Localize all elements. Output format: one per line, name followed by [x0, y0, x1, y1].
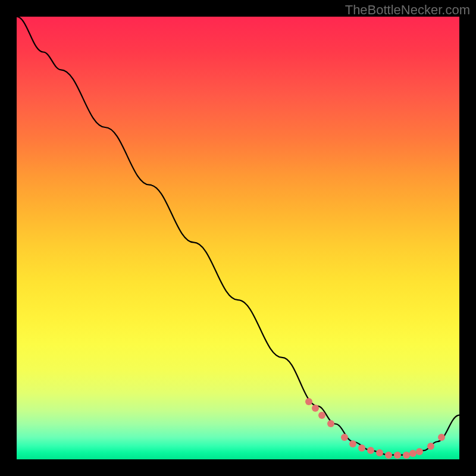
marker-dot	[427, 443, 434, 450]
watermark-text: TheBottleNecker.com	[345, 2, 470, 18]
marker-dot	[341, 434, 348, 441]
marker-dot	[358, 444, 365, 452]
marker-dot	[349, 440, 356, 447]
marker-dot	[403, 452, 410, 459]
marker-dot	[327, 420, 334, 427]
marker-dot	[394, 452, 401, 459]
marker-dot	[438, 434, 445, 441]
marker-dot	[312, 405, 319, 412]
marker-dot	[416, 448, 423, 455]
marker-dot	[367, 447, 374, 454]
marker-dot	[305, 398, 312, 405]
marker-dot	[318, 412, 325, 419]
curve-path	[17, 17, 459, 455]
marker-dot	[376, 449, 383, 456]
curve-svg	[17, 17, 459, 459]
marker-dot	[385, 452, 392, 459]
plot-area	[17, 17, 459, 459]
